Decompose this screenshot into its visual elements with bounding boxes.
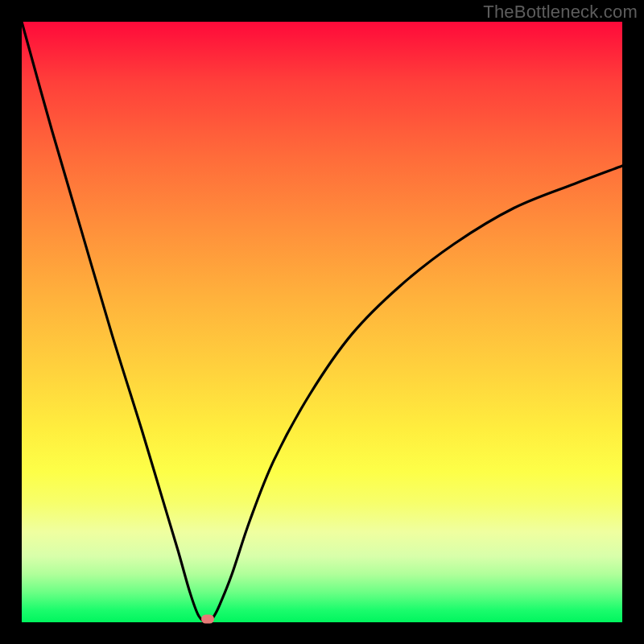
optimal-point-marker <box>201 615 214 624</box>
plot-area <box>22 22 622 622</box>
bottleneck-curve <box>22 22 622 622</box>
watermark-text: TheBottleneck.com <box>483 2 638 23</box>
chart-frame: TheBottleneck.com <box>0 0 644 644</box>
